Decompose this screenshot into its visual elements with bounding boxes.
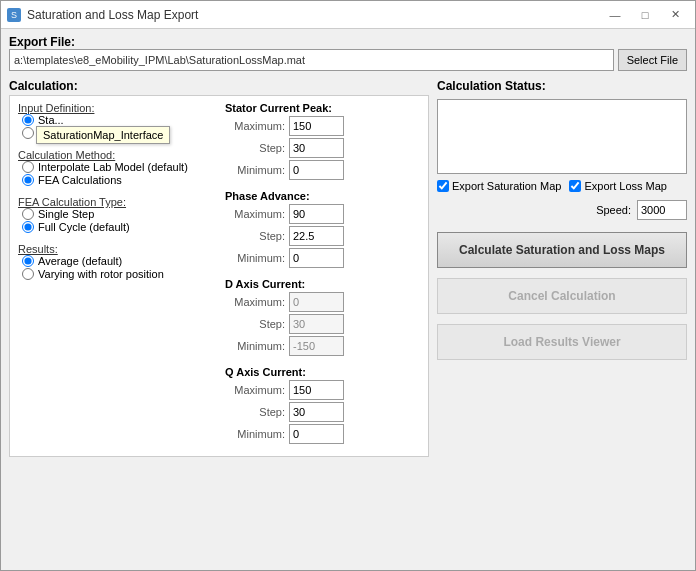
export-saturation-map-label: Export Saturation Map xyxy=(452,180,561,192)
speed-row: Speed: xyxy=(437,200,687,220)
title-bar: S Saturation and Loss Map Export — □ ✕ xyxy=(1,1,695,29)
calc-method-radio-group: Interpolate Lab Model (default) FEA Calc… xyxy=(22,161,213,186)
export-options-row: Export Saturation Map Export Loss Map xyxy=(437,180,687,192)
d-axis-current-label: D Axis Current: xyxy=(225,278,420,290)
fea-type-radio-group: Single Step Full Cycle (default) xyxy=(22,208,213,233)
calculation-section: Calculation: Input Definition: Sta... Sa… xyxy=(9,79,429,457)
results-group: Results: Average (default) Varying with … xyxy=(18,243,213,280)
results-radio-group: Average (default) Varying with rotor pos… xyxy=(22,255,213,280)
load-results-button: Load Results Viewer xyxy=(437,324,687,360)
qac-max-input[interactable] xyxy=(289,380,344,400)
phase-advance-label: Phase Advance: xyxy=(225,190,420,202)
export-file-label: Export File: xyxy=(9,35,687,49)
dac-max-label: Maximum: xyxy=(225,296,285,308)
results-label: Results: xyxy=(18,243,213,255)
q-axis-current-group: Q Axis Current: Maximum: Step: Minimum: xyxy=(225,366,420,446)
radio-stator-label: Sta... xyxy=(38,114,64,126)
fea-type-group: FEA Calculation Type: Single Step Full C… xyxy=(18,196,213,233)
speed-label: Speed: xyxy=(596,204,631,216)
pa-step-input[interactable] xyxy=(289,226,344,246)
calc-left: Input Definition: Sta... SaturationMap_I… xyxy=(18,102,213,450)
maximize-button[interactable]: □ xyxy=(631,5,659,25)
calculation-label: Calculation: xyxy=(9,79,429,93)
radio-fea-label: FEA Calculations xyxy=(38,174,122,186)
pa-min-input[interactable] xyxy=(289,248,344,268)
radio-stator[interactable]: Sta... SaturationMap_Interface xyxy=(22,114,213,126)
pa-max-input[interactable] xyxy=(289,204,344,224)
qac-min-label: Minimum: xyxy=(225,428,285,440)
input-definition-label: Input Definition: xyxy=(18,102,213,114)
input-definition-group: Input Definition: Sta... SaturationMap_I… xyxy=(18,102,213,139)
calc-status-box xyxy=(437,99,687,174)
window-title: Saturation and Loss Map Export xyxy=(27,8,198,22)
radio-interpolate[interactable]: Interpolate Lab Model (default) xyxy=(22,161,213,173)
export-loss-map-label: Export Loss Map xyxy=(584,180,667,192)
calc-method-label: Calculation Method: xyxy=(18,149,213,161)
q-axis-current-label: Q Axis Current: xyxy=(225,366,420,378)
scp-min-input[interactable] xyxy=(289,160,344,180)
calc-right: Stator Current Peak: Maximum: Step: Mini… xyxy=(225,102,420,450)
export-loss-map-checkbox[interactable]: Export Loss Map xyxy=(569,180,667,192)
qac-min-input[interactable] xyxy=(289,424,344,444)
right-panel: Calculation Status: Export Saturation Ma… xyxy=(437,79,687,562)
radio-average[interactable]: Average (default) xyxy=(22,255,213,267)
d-axis-current-group: D Axis Current: Maximum: Step: Minimum: xyxy=(225,278,420,358)
main-content: Calculation: Input Definition: Sta... Sa… xyxy=(1,71,695,570)
qac-step-input[interactable] xyxy=(289,402,344,422)
qac-max-label: Maximum: xyxy=(225,384,285,396)
pa-step-label: Step: xyxy=(225,230,285,242)
cancel-button: Cancel Calculation xyxy=(437,278,687,314)
radio-full-cycle[interactable]: Full Cycle (default) xyxy=(22,221,213,233)
close-button[interactable]: ✕ xyxy=(661,5,689,25)
pa-min-label: Minimum: xyxy=(225,252,285,264)
dac-step-input xyxy=(289,314,344,334)
scp-step-input[interactable] xyxy=(289,138,344,158)
radio-fea[interactable]: FEA Calculations xyxy=(22,174,213,186)
radio-interpolate-label: Interpolate Lab Model (default) xyxy=(38,161,188,173)
scp-step-label: Step: xyxy=(225,142,285,154)
radio-full-cycle-label: Full Cycle (default) xyxy=(38,221,130,233)
export-file-section: Export File: Select File xyxy=(1,29,695,71)
radio-varying-label: Varying with rotor position xyxy=(38,268,164,280)
window-controls: — □ ✕ xyxy=(601,5,689,25)
dac-step-label: Step: xyxy=(225,318,285,330)
stator-current-peak-label: Stator Current Peak: xyxy=(225,102,420,114)
dac-min-label: Minimum: xyxy=(225,340,285,352)
dac-min-input xyxy=(289,336,344,356)
scp-max-label: Maximum: xyxy=(225,120,285,132)
tooltip-saturation-interface: SaturationMap_Interface xyxy=(36,126,170,144)
dac-max-input xyxy=(289,292,344,312)
radio-average-label: Average (default) xyxy=(38,255,122,267)
export-file-input[interactable] xyxy=(9,49,614,71)
calculation-box: Input Definition: Sta... SaturationMap_I… xyxy=(9,95,429,457)
calc-method-group: Calculation Method: Interpolate Lab Mode… xyxy=(18,149,213,186)
phase-advance-group: Phase Advance: Maximum: Step: Minimum: xyxy=(225,190,420,270)
pa-max-label: Maximum: xyxy=(225,208,285,220)
calculate-button[interactable]: Calculate Saturation and Loss Maps xyxy=(437,232,687,268)
radio-single-step-label: Single Step xyxy=(38,208,94,220)
left-panel: Calculation: Input Definition: Sta... Sa… xyxy=(9,79,429,562)
export-saturation-map-checkbox[interactable]: Export Saturation Map xyxy=(437,180,561,192)
select-file-button[interactable]: Select File xyxy=(618,49,687,71)
radio-single-step[interactable]: Single Step xyxy=(22,208,213,220)
stator-current-peak-group: Stator Current Peak: Maximum: Step: Mini… xyxy=(225,102,420,182)
speed-input[interactable] xyxy=(637,200,687,220)
fea-type-label: FEA Calculation Type: xyxy=(18,196,213,208)
radio-varying[interactable]: Varying with rotor position xyxy=(22,268,213,280)
minimize-button[interactable]: — xyxy=(601,5,629,25)
scp-min-label: Minimum: xyxy=(225,164,285,176)
calc-status-label: Calculation Status: xyxy=(437,79,687,93)
scp-max-input[interactable] xyxy=(289,116,344,136)
app-icon: S xyxy=(7,8,21,22)
qac-step-label: Step: xyxy=(225,406,285,418)
input-definition-radio-group: Sta... SaturationMap_Interface D/Q Axis … xyxy=(22,114,213,139)
